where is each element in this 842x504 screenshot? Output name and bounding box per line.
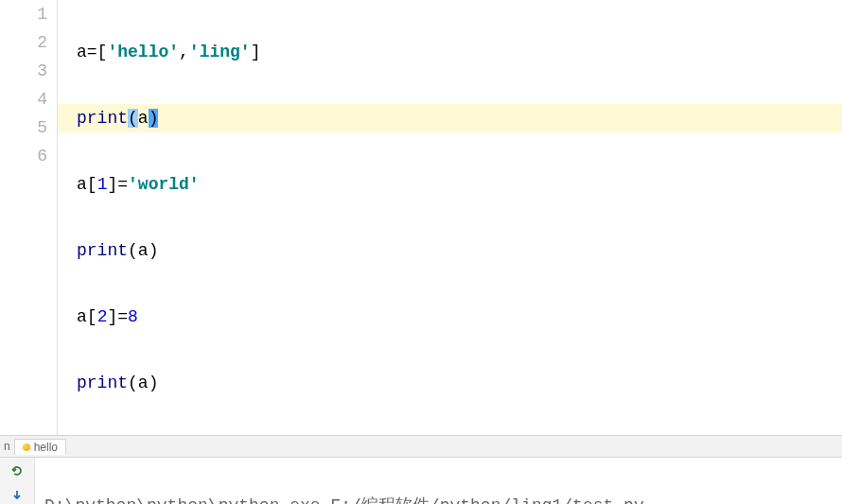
line-number: 6: [0, 142, 47, 170]
run-tab[interactable]: hello: [14, 439, 66, 455]
line-number: 3: [0, 57, 47, 85]
line-number: 1: [0, 0, 47, 28]
code-area[interactable]: a=['hello','ling'] print(a) a[1]='world'…: [58, 0, 842, 435]
line-number: 4: [0, 85, 47, 113]
python-icon: [23, 443, 30, 451]
line-number: 5: [0, 113, 47, 142]
line-number-gutter: 1 2 3 4 5 6: [0, 0, 58, 435]
line-number: 2: [0, 28, 47, 57]
code-line[interactable]: a[2]=8: [77, 303, 842, 331]
console-panel: D:\python\python\python.exe E:/编程软件/pyth…: [0, 458, 842, 504]
rerun-icon[interactable]: [7, 461, 27, 480]
code-line[interactable]: a[1]='world': [77, 170, 842, 199]
console-command: D:\python\python\python.exe E:/编程软件/pyth…: [44, 492, 833, 504]
run-tabbar: n hello: [0, 435, 842, 458]
code-line-active[interactable]: print(a): [58, 104, 842, 132]
code-line[interactable]: print(a): [77, 236, 842, 265]
console-output[interactable]: D:\python\python\python.exe E:/编程软件/pyth…: [35, 458, 842, 504]
code-editor[interactable]: 1 2 3 4 5 6 a=['hello','ling'] print(a) …: [0, 0, 842, 435]
tab-prefix: n: [4, 440, 10, 453]
code-line[interactable]: a=['hello','ling']: [77, 38, 842, 66]
down-icon[interactable]: [7, 486, 27, 504]
tab-label: hello: [34, 441, 58, 454]
code-line[interactable]: print(a): [77, 369, 842, 397]
console-toolbar: [0, 458, 35, 504]
